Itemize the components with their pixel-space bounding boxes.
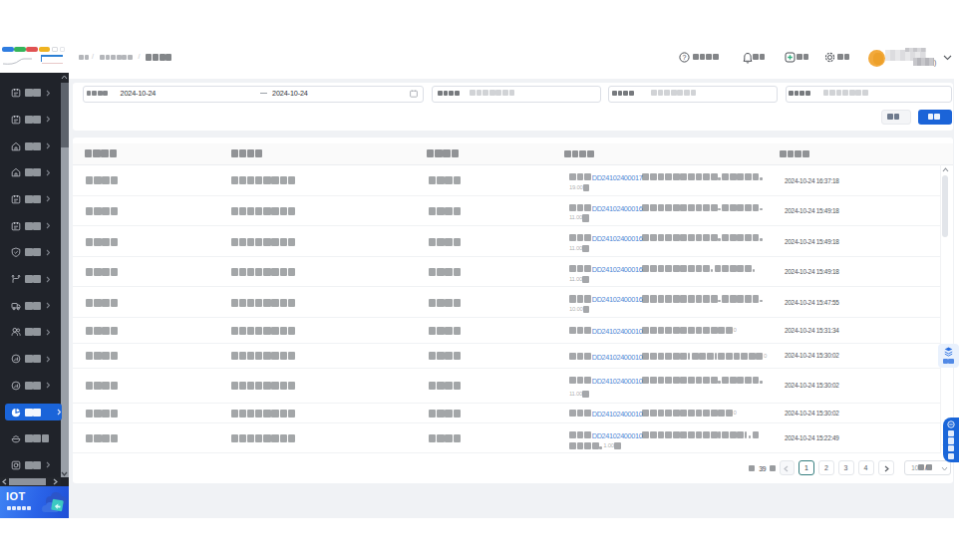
svg-text:?: ? [683,54,687,61]
